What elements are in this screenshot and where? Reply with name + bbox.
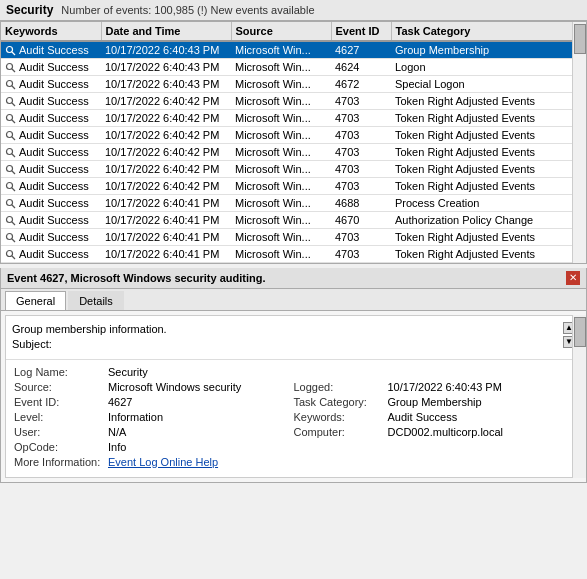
search-icon bbox=[5, 147, 16, 158]
keyword-text: Audit Success bbox=[19, 129, 89, 141]
svg-line-19 bbox=[12, 205, 15, 208]
table-row[interactable]: Audit Success 10/17/2022 6:40:43 PMMicro… bbox=[1, 59, 586, 76]
search-icon bbox=[5, 79, 16, 90]
field-label2: Keywords: bbox=[294, 411, 384, 423]
keyword-text: Audit Success bbox=[19, 197, 89, 209]
field-row: Level: Information Keywords: Audit Succe… bbox=[14, 411, 573, 423]
table-row[interactable]: Audit Success 10/17/2022 6:40:42 PMMicro… bbox=[1, 178, 586, 195]
cell-eventid: 4703 bbox=[331, 93, 391, 110]
detail-title-bar: Event 4627, Microsoft Windows security a… bbox=[1, 268, 586, 289]
detail-scrollbar-thumb[interactable] bbox=[574, 317, 586, 347]
field-half-right: Task Category: Group Membership bbox=[294, 396, 574, 408]
field-value2: DCD002.multicorp.local bbox=[388, 426, 504, 438]
cell-eventid: 4672 bbox=[331, 76, 391, 93]
svg-line-23 bbox=[12, 239, 15, 242]
cell-keyword: Audit Success bbox=[1, 212, 101, 229]
cell-eventid: 4703 bbox=[331, 127, 391, 144]
field-value: Info bbox=[108, 441, 126, 453]
col-eventid[interactable]: Event ID bbox=[331, 22, 391, 41]
field-label2: Task Category: bbox=[294, 396, 384, 408]
cell-keyword: Audit Success bbox=[1, 195, 101, 212]
keyword-text: Audit Success bbox=[19, 61, 89, 73]
cell-eventid: 4688 bbox=[331, 195, 391, 212]
cell-category: Token Right Adjusted Events bbox=[391, 229, 586, 246]
table-scrollbar[interactable] bbox=[572, 22, 586, 263]
table-row[interactable]: Audit Success 10/17/2022 6:40:41 PMMicro… bbox=[1, 229, 586, 246]
cell-category: Token Right Adjusted Events bbox=[391, 161, 586, 178]
table-row[interactable]: Audit Success 10/17/2022 6:40:41 PMMicro… bbox=[1, 246, 586, 263]
cell-keyword: Audit Success bbox=[1, 110, 101, 127]
keyword-text: Audit Success bbox=[19, 248, 89, 260]
table-row[interactable]: Audit Success 10/17/2022 6:40:42 PMMicro… bbox=[1, 144, 586, 161]
cell-datetime: 10/17/2022 6:40:43 PM bbox=[101, 59, 231, 76]
cell-datetime: 10/17/2022 6:40:43 PM bbox=[101, 76, 231, 93]
table-row[interactable]: Audit Success 10/17/2022 6:40:42 PMMicro… bbox=[1, 161, 586, 178]
field-value: N/A bbox=[108, 426, 126, 438]
search-icon bbox=[5, 215, 16, 226]
cell-source: Microsoft Win... bbox=[231, 246, 331, 263]
table-row[interactable]: Audit Success 10/17/2022 6:40:42 PMMicro… bbox=[1, 93, 586, 110]
field-row: Log Name: Security bbox=[14, 366, 573, 378]
col-datetime[interactable]: Date and Time bbox=[101, 22, 231, 41]
table-row[interactable]: Audit Success 10/17/2022 6:40:42 PMMicro… bbox=[1, 110, 586, 127]
table-row[interactable]: Audit Success 10/17/2022 6:40:43 PMMicro… bbox=[1, 76, 586, 93]
field-row: User: N/A Computer: DCD002.multicorp.loc… bbox=[14, 426, 573, 438]
table-row[interactable]: Audit Success 10/17/2022 6:40:42 PMMicro… bbox=[1, 127, 586, 144]
tab-details[interactable]: Details bbox=[68, 291, 124, 310]
svg-point-16 bbox=[7, 182, 13, 188]
cell-source: Microsoft Win... bbox=[231, 178, 331, 195]
search-icon bbox=[5, 198, 16, 209]
cell-eventid: 4703 bbox=[331, 178, 391, 195]
cell-keyword: Audit Success bbox=[1, 127, 101, 144]
svg-line-15 bbox=[12, 171, 15, 174]
keyword-text: Audit Success bbox=[19, 180, 89, 192]
event-log-link[interactable]: Event Log Online Help bbox=[108, 456, 218, 468]
field-label: Source: bbox=[14, 381, 104, 393]
field-label: User: bbox=[14, 426, 104, 438]
field-label2: Computer: bbox=[294, 426, 384, 438]
field-value2: 10/17/2022 6:40:43 PM bbox=[388, 381, 502, 393]
cell-keyword: Audit Success bbox=[1, 178, 101, 195]
cell-category: Process Creation bbox=[391, 195, 586, 212]
table-row[interactable]: Audit Success 10/17/2022 6:40:41 PMMicro… bbox=[1, 195, 586, 212]
cell-source: Microsoft Win... bbox=[231, 161, 331, 178]
svg-point-10 bbox=[7, 131, 13, 137]
cell-keyword: Audit Success bbox=[1, 93, 101, 110]
detail-textarea-text: Group membership information. Subject: bbox=[12, 322, 559, 353]
field-label: More Information: bbox=[14, 456, 104, 468]
field-half-left: Event ID: 4627 bbox=[14, 396, 294, 408]
cell-datetime: 10/17/2022 6:40:42 PM bbox=[101, 161, 231, 178]
detail-scrollbar[interactable] bbox=[572, 315, 586, 478]
svg-point-22 bbox=[7, 233, 13, 239]
search-icon bbox=[5, 130, 16, 141]
detail-tabs: General Details bbox=[1, 289, 586, 311]
svg-line-1 bbox=[12, 52, 15, 55]
cell-eventid: 4703 bbox=[331, 229, 391, 246]
col-keywords[interactable]: Keywords bbox=[1, 22, 101, 41]
cell-eventid: 4703 bbox=[331, 144, 391, 161]
col-category[interactable]: Task Category bbox=[391, 22, 586, 41]
table-row[interactable]: Audit Success 10/17/2022 6:40:43 PMMicro… bbox=[1, 41, 586, 59]
scrollbar-thumb[interactable] bbox=[574, 24, 586, 54]
field-value: Information bbox=[108, 411, 163, 423]
cell-eventid: 4624 bbox=[331, 59, 391, 76]
close-button[interactable]: ✕ bbox=[566, 271, 580, 285]
table-row[interactable]: Audit Success 10/17/2022 6:40:41 PMMicro… bbox=[1, 212, 586, 229]
field-label: Log Name: bbox=[14, 366, 104, 378]
search-icon bbox=[5, 96, 16, 107]
cell-category: Token Right Adjusted Events bbox=[391, 144, 586, 161]
svg-point-24 bbox=[7, 250, 13, 256]
cell-datetime: 10/17/2022 6:40:41 PM bbox=[101, 212, 231, 229]
field-row: Source: Microsoft Windows security Logge… bbox=[14, 381, 573, 393]
tab-general[interactable]: General bbox=[5, 291, 66, 310]
keyword-text: Audit Success bbox=[19, 44, 89, 56]
svg-line-11 bbox=[12, 137, 15, 140]
cell-category: Token Right Adjusted Events bbox=[391, 246, 586, 263]
cell-source: Microsoft Win... bbox=[231, 76, 331, 93]
field-value2: Group Membership bbox=[388, 396, 482, 408]
title-bar: Security Number of events: 100,985 (!) N… bbox=[0, 0, 587, 21]
field-label: Level: bbox=[14, 411, 104, 423]
svg-point-14 bbox=[7, 165, 13, 171]
col-source[interactable]: Source bbox=[231, 22, 331, 41]
cell-category: Token Right Adjusted Events bbox=[391, 178, 586, 195]
